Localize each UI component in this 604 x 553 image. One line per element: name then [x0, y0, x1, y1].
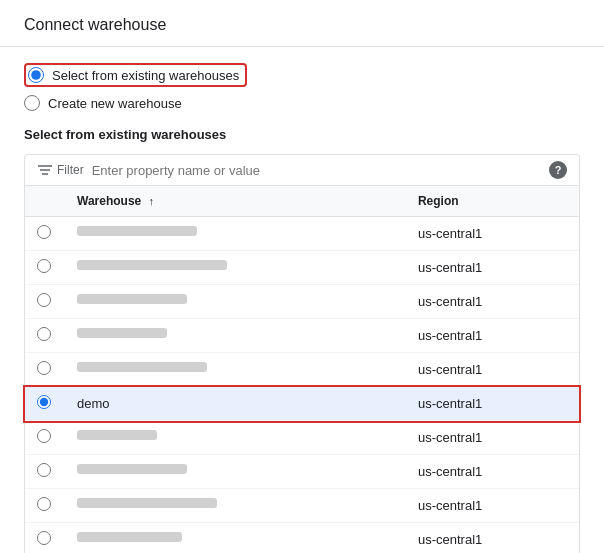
row-region-cell: us-central1 [406, 285, 579, 319]
row-region-cell: us-central1 [406, 421, 579, 455]
row-region-cell: us-central1 [406, 319, 579, 353]
row-region-cell: us-central1 [406, 217, 579, 251]
section-title: Select from existing warehouses [24, 127, 580, 142]
radio-existing-option[interactable]: Select from existing warehouses [24, 63, 580, 87]
row-radio[interactable] [37, 531, 51, 545]
row-warehouse-cell: xxxxxxxxxx [65, 421, 406, 455]
table-body: xxxxxxxxxxus-central1xxxxxxxxxxus-centra… [25, 217, 579, 554]
filter-bar: Filter ? [24, 154, 580, 185]
row-radio-cell [25, 353, 65, 387]
connect-warehouse-dialog: Connect warehouse Select from existing w… [0, 0, 604, 553]
row-radio[interactable] [37, 293, 51, 307]
row-warehouse-cell: xxxxxxxxxx [65, 455, 406, 489]
row-warehouse-cell: xxxxxxxxxx [65, 285, 406, 319]
filter-label: Filter [57, 163, 84, 177]
row-radio-cell [25, 319, 65, 353]
row-region-cell: us-central1 [406, 387, 579, 421]
row-radio-cell [25, 251, 65, 285]
row-warehouse-cell: demo [65, 387, 406, 421]
table-row[interactable]: xxxxxxxxxxus-central1 [25, 217, 579, 251]
row-warehouse-cell: xxxxxxxxxx [65, 319, 406, 353]
radio-new-option[interactable]: Create new warehouse [24, 95, 580, 111]
row-warehouse-cell: xxxxxxxxxx [65, 353, 406, 387]
table-row[interactable]: xxxxxxxxxxus-central1 [25, 353, 579, 387]
row-warehouse-cell: xxxxxxxxxx [65, 251, 406, 285]
row-radio[interactable] [37, 225, 51, 239]
row-radio[interactable] [37, 463, 51, 477]
row-radio[interactable] [37, 361, 51, 375]
help-icon[interactable]: ? [549, 161, 567, 179]
table-row[interactable]: xxxxxxxxxxus-central1 [25, 319, 579, 353]
row-radio[interactable] [37, 429, 51, 443]
filter-icon [37, 163, 53, 177]
row-region-cell: us-central1 [406, 489, 579, 523]
row-radio-cell [25, 489, 65, 523]
radio-new[interactable] [24, 95, 40, 111]
row-warehouse-cell: xxxxxxxxxx [65, 217, 406, 251]
table-row[interactable]: xxxxxxxxxxus-central1 [25, 455, 579, 489]
dialog-body: Select from existing warehouses Create n… [0, 47, 604, 553]
row-radio-cell [25, 217, 65, 251]
warehouse-table-container: Warehouse ↑ Region xxxxxxxxxxus-central1… [24, 185, 580, 553]
col-header-radio [25, 186, 65, 217]
table-row[interactable]: xxxxxxxxxxus-central1 [25, 489, 579, 523]
radio-existing-label: Select from existing warehouses [52, 68, 239, 83]
row-radio[interactable] [37, 327, 51, 341]
radio-group: Select from existing warehouses Create n… [24, 63, 580, 111]
row-radio[interactable] [37, 259, 51, 273]
filter-icon-area: Filter [37, 163, 84, 177]
row-radio-cell [25, 285, 65, 319]
row-warehouse-cell: xxxxxxxxxx [65, 489, 406, 523]
dialog-title: Connect warehouse [24, 16, 166, 33]
row-radio[interactable] [37, 395, 51, 409]
col-header-warehouse[interactable]: Warehouse ↑ [65, 186, 406, 217]
sort-asc-icon: ↑ [149, 195, 155, 207]
radio-outlined-box: Select from existing warehouses [24, 63, 247, 87]
row-region-cell: us-central1 [406, 455, 579, 489]
table-row[interactable]: demous-central1 [25, 387, 579, 421]
row-region-cell: us-central1 [406, 353, 579, 387]
table-row[interactable]: xxxxxxxxxxus-central1 [25, 421, 579, 455]
dialog-header: Connect warehouse [0, 0, 604, 47]
row-radio-cell [25, 455, 65, 489]
row-region-cell: us-central1 [406, 251, 579, 285]
row-warehouse-cell: xxxxxxxxxx [65, 523, 406, 554]
row-region-cell: us-central1 [406, 523, 579, 554]
table-row[interactable]: xxxxxxxxxxus-central1 [25, 285, 579, 319]
table-header: Warehouse ↑ Region [25, 186, 579, 217]
table-row[interactable]: xxxxxxxxxxus-central1 [25, 251, 579, 285]
row-radio[interactable] [37, 497, 51, 511]
radio-new-label: Create new warehouse [48, 96, 182, 111]
col-header-region: Region [406, 186, 579, 217]
radio-existing[interactable] [28, 67, 44, 83]
filter-input[interactable] [92, 163, 541, 178]
table-row[interactable]: xxxxxxxxxxus-central1 [25, 523, 579, 554]
row-radio-cell [25, 421, 65, 455]
row-radio-cell [25, 387, 65, 421]
row-radio-cell [25, 523, 65, 554]
warehouse-table: Warehouse ↑ Region xxxxxxxxxxus-central1… [25, 186, 579, 553]
